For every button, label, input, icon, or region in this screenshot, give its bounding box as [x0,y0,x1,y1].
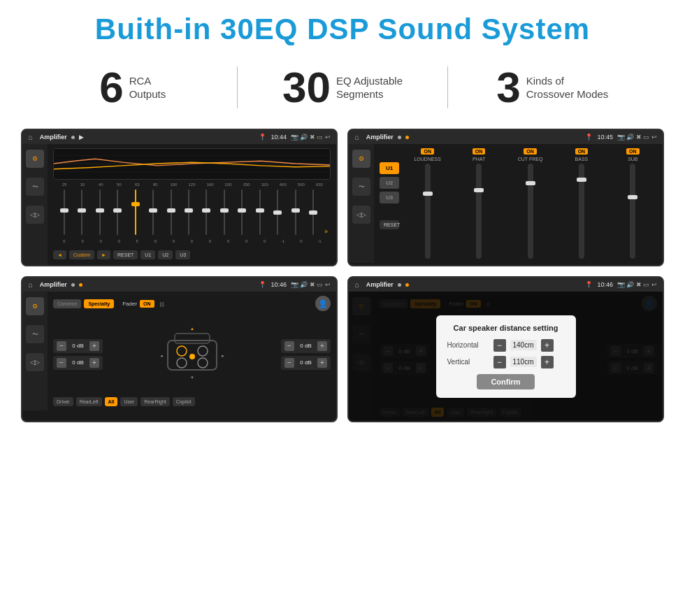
eq-slider-col-9[interactable] [216,189,232,235]
on-badge-bass[interactable]: ON [575,148,589,155]
stat-text-rca: RCA Outputs [129,74,166,101]
vol-plus-0[interactable]: + [89,341,99,351]
vol-val-0: 0 dB [69,343,87,349]
u1-btn[interactable]: U1 [380,162,399,174]
confirm-button[interactable]: Confirm [477,374,534,389]
cv-col-sub: ON SUB [609,148,657,259]
vol-plus-2[interactable]: + [317,341,327,351]
cv-slider-phat[interactable] [476,164,482,259]
car-diagram: ▲ ▼ ◄ ► [107,327,277,382]
on-badge-cutfreq[interactable]: ON [524,148,537,155]
stat-number-6: 6 [99,66,123,109]
vol-minus-1[interactable]: − [57,358,66,368]
cv-sidebar-btn-1[interactable]: ⚙ [352,150,370,168]
vol-minus-2[interactable]: − [284,341,294,351]
crossover-time: 10:45 [597,134,613,141]
on-badge-loudness[interactable]: ON [421,148,434,155]
eq-val-8: 0 [202,239,219,243]
eq-slider-col-2[interactable] [92,189,108,235]
vol-row-3: − 0 dB + [281,356,331,370]
eq-freq-labels: 25 32 40 50 63 80 100 125 160 200 250 32… [53,182,331,187]
eq-slider-col-13[interactable] [287,189,303,235]
col-label-cutfreq: CUT FREQ [518,157,543,162]
cv-slider-bass[interactable] [579,164,584,259]
cv-col-cutfreq: ON CUT FREQ [506,148,554,259]
cv-slider-loudness[interactable] [425,164,431,259]
eq-preset-btn[interactable]: Custom [69,250,94,259]
all-btn[interactable]: All [105,397,118,406]
svg-text:▲: ▲ [190,327,194,331]
vol-minus-0[interactable]: − [57,341,66,351]
fader-sidebar-btn-3[interactable]: ◁▷ [26,353,44,371]
eq-screen-body: ⚙ 〜 ◁▷ [22,144,336,265]
dot7 [405,283,409,287]
dot3 [405,136,409,139]
home-icon: ⌂ [28,133,33,141]
eq-slider-col-11[interactable] [252,189,268,235]
eq-slider-col-0[interactable] [56,189,72,235]
stat-item-eq: 30 EQ Adjustable Segments [238,66,447,109]
eq-u2-btn[interactable]: U2 [158,250,173,259]
eq-slider-col-12[interactable] [270,189,286,235]
freq-label-8: 160 [202,182,219,187]
eq-prev-btn[interactable]: ◄ [53,250,66,259]
svg-point-9 [198,358,208,368]
left-vol-controls: − 0 dB + − 0 dB + [53,339,103,370]
eq-slider-col-6[interactable] [163,189,179,235]
cv-sidebar-btn-2[interactable]: 〜 [352,178,370,196]
u2-btn[interactable]: U2 [380,177,399,189]
page-header: Buith-in 30EQ DSP Sound System [0,0,685,53]
eq-u3-btn[interactable]: U3 [175,250,190,259]
fader-sidebar-btn-2[interactable]: 〜 [26,325,44,343]
eq-slider-col-10[interactable] [234,189,250,235]
cv-slider-sub[interactable] [630,164,635,259]
play-icon: ▶ [79,134,84,141]
vol-plus-1[interactable]: + [89,358,99,368]
freq-label-4: 63 [129,182,145,187]
eq-slider-col-4[interactable] [127,189,143,235]
dialog-vertical-plus[interactable]: + [541,356,554,368]
eq-u1-btn[interactable]: U1 [140,250,155,259]
eq-val-1: 0 [74,239,91,243]
fader-on-toggle[interactable]: ON [140,300,154,308]
on-badge-phat[interactable]: ON [473,148,486,155]
user-btn[interactable]: User [120,397,138,406]
dialog-horizontal-minus[interactable]: − [493,339,506,352]
cv-sidebar-btn-3[interactable]: ◁▷ [352,206,370,224]
eq-slider-col-14[interactable] [305,189,322,235]
eq-slider-col-7[interactable] [180,189,196,235]
eq-sidebar-btn-1[interactable]: ⚙ [26,150,44,168]
fader-status-bar: ⌂ Amplifier 📍 10:46 📷 🔊 ✖ ▭ ↩ [22,278,336,292]
eq-slider-col-8[interactable] [199,189,215,235]
home-icon-2: ⌂ [354,133,359,141]
u3-btn[interactable]: U3 [380,192,399,203]
fader-sidebar-btn-1[interactable]: ⚙ [26,297,44,315]
vol-minus-3[interactable]: − [284,358,294,368]
col-label-sub: SUB [628,157,637,162]
on-badge-sub[interactable]: ON [626,148,640,155]
eq-next-btn[interactable]: ► [97,250,110,259]
eq-slider-col-5[interactable] [145,189,161,235]
specialty-tab[interactable]: Specialty [84,299,114,308]
eq-val-10: 0 [238,239,255,243]
rearleft-btn[interactable]: RearLeft [76,397,102,406]
eq-slider-col-1[interactable] [73,189,89,235]
dialog-vertical-minus[interactable]: − [493,356,506,368]
dialog-horizontal-plus[interactable]: + [541,339,554,352]
vol-plus-3[interactable]: + [317,358,327,368]
freq-label-9: 200 [220,182,237,187]
driver-btn[interactable]: Driver [53,397,73,406]
rearright-btn[interactable]: RearRight [140,397,170,406]
cv-reset-btn[interactable]: RESET [380,220,399,229]
stat-number-30: 30 [282,66,331,109]
eq-sidebar-btn-3[interactable]: ◁▷ [26,206,44,224]
eq-reset-btn[interactable]: RESET [113,250,138,259]
eq-sidebar-btn-2[interactable]: 〜 [26,178,44,196]
cv-slider-cutfreq[interactable] [528,164,533,259]
copilot-btn[interactable]: Copilot [173,397,195,406]
eq-slider-col-3[interactable] [109,189,125,235]
svg-point-10 [189,354,195,359]
common-tab[interactable]: Common [53,299,81,308]
cv-col-bass: ON BASS [557,148,605,259]
freq-label-0: 25 [56,182,73,187]
